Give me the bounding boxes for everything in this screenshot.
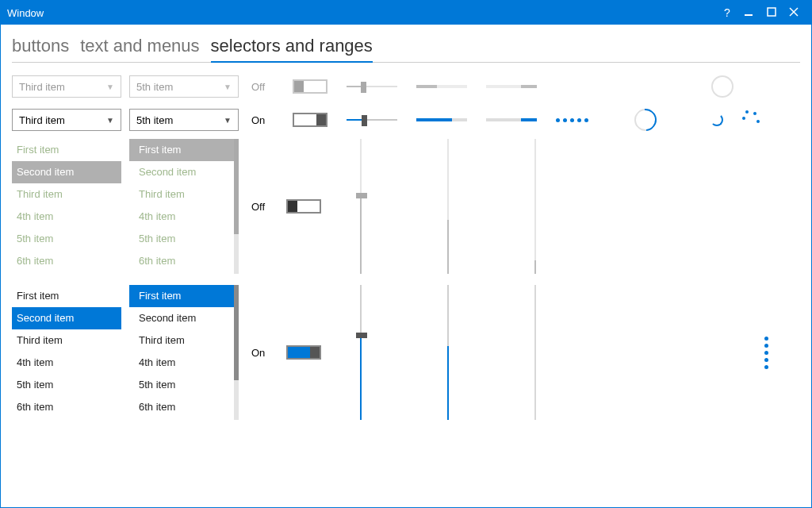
- progress-dots-horizontal: [556, 118, 588, 122]
- vertical-slider-disabled-2: [440, 139, 456, 274]
- combo-value: 5th item: [136, 114, 173, 126]
- toggle-label-on: On: [251, 114, 274, 126]
- chevron-down-icon: ▼: [224, 83, 232, 91]
- combo-box-1[interactable]: Third item ▼: [12, 109, 121, 131]
- combo-box-disabled-1: Third item ▼: [12, 75, 121, 98]
- list-item[interactable]: 6th item: [12, 396, 121, 418]
- vertical-slider-2[interactable]: [440, 285, 456, 420]
- combo-value: 5th item: [136, 81, 173, 93]
- tab-text-and-menus[interactable]: text and menus: [80, 34, 199, 62]
- progress-bar-2: [486, 118, 537, 121]
- listbox-2[interactable]: First item Second item Third item 4th it…: [129, 285, 239, 420]
- scrollbar-thumb[interactable]: [234, 285, 239, 380]
- list-item[interactable]: Second item: [12, 307, 121, 329]
- tab-selectors-and-ranges[interactable]: selectors and ranges: [211, 34, 373, 63]
- progress-bar-disabled-2: [486, 85, 537, 88]
- svg-rect-0: [745, 14, 753, 16]
- vertical-slider-disabled-3: [527, 139, 543, 274]
- list-item: 5th item: [129, 228, 239, 250]
- combo-value: Third item: [19, 81, 65, 93]
- list-item[interactable]: 6th item: [129, 396, 239, 418]
- minimize-button[interactable]: [738, 6, 760, 19]
- list-item: 4th item: [12, 206, 121, 228]
- toggle-switch-off-2[interactable]: [286, 199, 321, 214]
- vertical-slider-disabled-1: [353, 139, 369, 274]
- toggle-switch-on-1[interactable]: [293, 113, 327, 127]
- help-button[interactable]: ?: [716, 6, 738, 19]
- close-button[interactable]: [783, 6, 805, 19]
- combo-box-disabled-2: 5th item ▼: [129, 75, 239, 98]
- combo-box-2[interactable]: 5th item ▼: [129, 109, 239, 131]
- list-item: First item: [12, 139, 121, 161]
- listbox-disabled-2: First item Second item Third item 4th it…: [129, 139, 239, 274]
- progress-ring-spinning: [630, 104, 661, 135]
- list-item[interactable]: 5th item: [129, 374, 239, 396]
- combo-value: Third item: [19, 114, 65, 126]
- chevron-down-icon: ▼: [224, 116, 232, 125]
- window-title: Window: [7, 7, 44, 19]
- list-item: 4th item: [129, 206, 239, 228]
- list-item: 6th item: [12, 250, 121, 272]
- slider-disabled: [347, 79, 397, 94]
- list-item[interactable]: 4th item: [12, 352, 121, 374]
- toggle-label-off: Off: [251, 201, 274, 213]
- slider-1[interactable]: [347, 112, 397, 128]
- titlebar: Window ?: [1, 1, 811, 25]
- list-item: First item: [129, 139, 239, 161]
- chevron-down-icon: ▼: [106, 83, 114, 91]
- toggle-switch-on-2[interactable]: [286, 345, 321, 360]
- listbox-1[interactable]: First item Second item Third item 4th it…: [12, 285, 121, 420]
- list-item: Third item: [129, 183, 239, 206]
- progress-bar-disabled: [416, 85, 467, 88]
- progress-ring-idle: [711, 75, 733, 98]
- toggle-label-off-disabled: Off: [251, 81, 274, 93]
- toggle-label-on-2: On: [251, 347, 274, 359]
- list-item[interactable]: 4th item: [129, 352, 239, 374]
- svg-rect-1: [768, 8, 776, 16]
- toggle-switch-disabled: [293, 79, 327, 94]
- list-item[interactable]: Third item: [12, 329, 121, 352]
- progress-bar-1: [416, 118, 467, 121]
- list-item: Second item: [129, 161, 239, 183]
- list-item[interactable]: Third item: [129, 329, 239, 352]
- list-item: 5th item: [12, 228, 121, 250]
- tab-bar: buttons text and menus selectors and ran…: [12, 34, 800, 63]
- vertical-slider-1[interactable]: [353, 285, 369, 420]
- list-item: Second item: [12, 161, 121, 183]
- list-item[interactable]: First item: [12, 285, 121, 307]
- list-item: 6th item: [129, 250, 239, 272]
- progress-dots-vertical: [764, 337, 768, 369]
- progress-dots-cluster: [742, 110, 761, 129]
- vertical-slider-3[interactable]: [527, 285, 543, 420]
- listbox-disabled-1: First item Second item Third item 4th it…: [12, 139, 121, 274]
- list-item[interactable]: 5th item: [12, 374, 121, 396]
- list-item[interactable]: First item: [129, 285, 239, 307]
- chevron-down-icon: ▼: [106, 116, 114, 125]
- maximize-button[interactable]: [760, 6, 783, 19]
- progress-arc-small: [710, 114, 723, 126]
- list-item[interactable]: Second item: [129, 307, 239, 329]
- list-item: Third item: [12, 183, 121, 206]
- tab-buttons[interactable]: buttons: [12, 34, 69, 62]
